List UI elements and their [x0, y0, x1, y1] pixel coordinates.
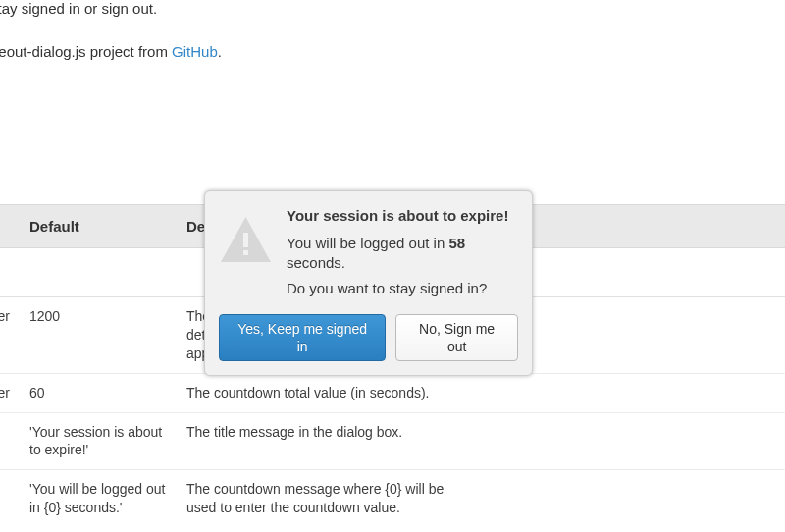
warning-icon: [219, 215, 273, 267]
dialog-countdown-message: You will be logged out in 58 seconds.: [287, 234, 518, 274]
svg-rect-1: [243, 250, 248, 255]
dialog-question: Do you want to stay signed in?: [287, 280, 518, 296]
msg-suffix: seconds.: [287, 254, 345, 271]
session-timeout-dialog: Your session is about to expire! You wil…: [204, 190, 533, 376]
sign-out-button[interactable]: No, Sign me out: [395, 314, 518, 361]
msg-prefix: You will be logged out in: [287, 235, 448, 251]
countdown-value: 58: [448, 235, 465, 251]
svg-rect-0: [243, 233, 248, 247]
keep-signed-in-button[interactable]: Yes, Keep me signed in: [219, 314, 386, 361]
dialog-title: Your session is about to expire!: [287, 207, 518, 224]
